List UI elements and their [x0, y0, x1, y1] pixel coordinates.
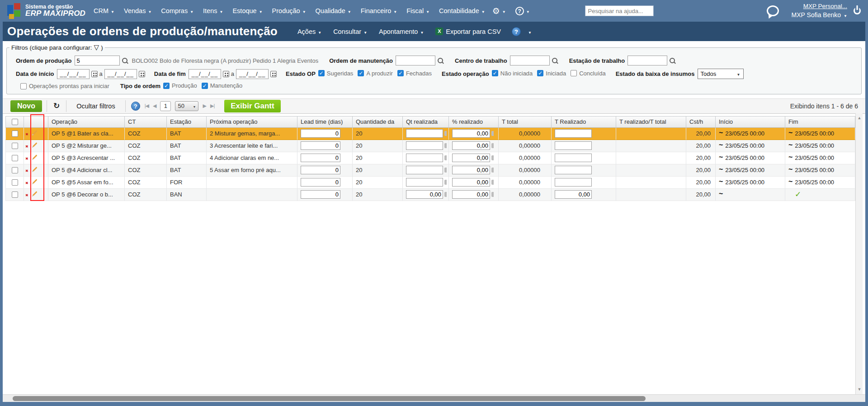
ordem-producao-input[interactable]: [75, 56, 120, 65]
menu-financeiro[interactable]: Financeiro: [361, 7, 397, 14]
table-row[interactable]: OP 5 @4 Adicionar cl...COZBAT5 Assar em …: [5, 164, 855, 177]
delete-x-icon[interactable]: [25, 179, 28, 186]
delete-x-icon[interactable]: [25, 191, 28, 198]
table-row[interactable]: OP 5 @5 Assar em fo...COZFOR200,0000020,…: [5, 177, 855, 189]
column-header[interactable]: CT: [125, 116, 167, 128]
lead-time-input[interactable]: [301, 154, 340, 162]
vertical-scrollbar[interactable]: [855, 113, 863, 394]
settings-menu[interactable]: [492, 7, 506, 15]
pct-realizado-input[interactable]: [452, 129, 490, 138]
delete-x-icon[interactable]: [25, 142, 28, 149]
t-realizado-input[interactable]: [555, 141, 592, 150]
horizontal-scrollbar[interactable]: [3, 394, 865, 402]
menu-fiscal[interactable]: Fiscal: [406, 7, 429, 14]
menu-crm[interactable]: CRM: [94, 7, 114, 14]
qt-realizada-input[interactable]: [406, 178, 443, 187]
column-header[interactable]: Fim: [785, 116, 855, 128]
search-icon[interactable]: [552, 57, 558, 64]
qt-realizada-input[interactable]: [406, 190, 443, 199]
help-search-input[interactable]: [585, 5, 654, 16]
estacao-trabalho-input[interactable]: [627, 56, 667, 65]
page-help-icon[interactable]: [512, 27, 521, 36]
calendar-icon[interactable]: [270, 71, 277, 77]
column-header[interactable]: Quantidade da: [353, 116, 403, 128]
lead-time-input[interactable]: [301, 141, 340, 150]
menu-produção[interactable]: Produção: [272, 7, 306, 14]
table-row[interactable]: OP 5 @6 Decorar o b...COZBAN200,0000020,…: [5, 189, 855, 201]
page-size-select[interactable]: 50: [175, 101, 198, 111]
checkbox-checked[interactable]: [358, 70, 364, 76]
menu-estoque[interactable]: Estoque: [232, 7, 262, 14]
baixa-insumos-select[interactable]: Todos: [698, 69, 744, 79]
t-realizado-input[interactable]: [555, 166, 592, 174]
lead-time-input[interactable]: [301, 178, 340, 187]
titlebar-menu-consultar[interactable]: Consultar: [333, 28, 367, 35]
account-link[interactable]: MXP Personal...: [792, 2, 847, 10]
data-inicio-to-input[interactable]: [104, 69, 137, 79]
data-fim-to-input[interactable]: [236, 69, 269, 79]
menu-qualidade[interactable]: Qualidade: [316, 7, 351, 14]
pencil-icon[interactable]: [31, 166, 38, 174]
pencil-icon[interactable]: [31, 130, 38, 138]
checkbox-checked[interactable]: [537, 70, 543, 76]
pct-realizado-input[interactable]: [452, 141, 490, 150]
last-page-icon[interactable]: ▶|: [210, 103, 214, 109]
pct-realizado-input[interactable]: [452, 154, 490, 162]
scroll-down-icon[interactable]: [856, 386, 863, 393]
t-realizado-input[interactable]: [555, 154, 592, 162]
menu-contabilidade[interactable]: Contabilidade: [439, 7, 485, 14]
row-checkbox[interactable]: [12, 143, 18, 149]
lead-time-input[interactable]: [301, 166, 340, 174]
pct-realizado-input[interactable]: [452, 178, 490, 187]
column-header[interactable]: Próxima operação: [207, 116, 297, 128]
pencil-icon[interactable]: [31, 191, 38, 199]
prev-page-icon[interactable]: ◀: [153, 103, 156, 109]
menu-vendas[interactable]: Vendas: [124, 7, 151, 14]
row-checkbox[interactable]: [12, 155, 18, 161]
column-header[interactable]: T Realizado: [552, 116, 616, 128]
calendar-icon[interactable]: [91, 71, 98, 77]
ocultar-filtros-button[interactable]: Ocultar filtros: [71, 101, 120, 112]
row-checkbox[interactable]: [12, 131, 18, 137]
search-icon[interactable]: [122, 57, 128, 64]
qt-realizada-input[interactable]: [406, 129, 443, 138]
t-realizado-input[interactable]: [555, 178, 592, 187]
delete-x-icon[interactable]: [25, 130, 28, 137]
user-menu[interactable]: MXP Sofia Benko: [792, 11, 847, 19]
horizontal-scroll-thumb[interactable]: [13, 396, 646, 401]
row-checkbox[interactable]: [12, 179, 18, 186]
column-header[interactable]: Estação: [167, 116, 207, 128]
ordem-manutencao-input[interactable]: [396, 56, 435, 65]
search-icon[interactable]: [437, 57, 444, 64]
column-header[interactable]: Operação: [48, 116, 125, 128]
refresh-icon[interactable]: [53, 101, 60, 111]
exibir-gantt-button[interactable]: Exibir Gantt: [224, 100, 280, 112]
table-row[interactable]: OP 5 @3 Acrescentar ...COZBAT4 Adicionar…: [5, 152, 855, 164]
page-number[interactable]: 1: [160, 101, 171, 111]
checkbox-checked[interactable]: [397, 70, 404, 76]
table-row[interactable]: OP 5 @2 Misturar ge...COZBAT3 Acrescenta…: [5, 140, 855, 152]
titlebar-menu-apontamento[interactable]: Apontamento: [379, 28, 424, 35]
delete-x-icon[interactable]: [25, 167, 28, 173]
calendar-icon[interactable]: [139, 71, 145, 77]
data-inicio-from-input[interactable]: [57, 69, 90, 79]
checkbox-checked[interactable]: [492, 70, 498, 76]
chevron-down-icon[interactable]: [528, 28, 532, 36]
column-header[interactable]: Cst/h: [686, 116, 716, 128]
next-page-icon[interactable]: ▶: [203, 103, 206, 109]
novo-button[interactable]: Novo: [10, 100, 42, 112]
lead-time-input[interactable]: [301, 129, 340, 138]
checkbox-unchecked[interactable]: [571, 70, 577, 76]
pct-realizado-input[interactable]: [452, 190, 490, 199]
delete-x-icon[interactable]: [25, 154, 28, 161]
checkbox-checked[interactable]: [163, 83, 170, 89]
t-realizado-input[interactable]: [555, 190, 592, 199]
qt-realizada-input[interactable]: [406, 154, 443, 162]
funnel-icon[interactable]: [94, 43, 99, 51]
pct-realizado-input[interactable]: [452, 166, 490, 174]
search-icon[interactable]: [669, 57, 676, 64]
row-checkbox[interactable]: [12, 191, 18, 198]
export-csv-button[interactable]: Exportar para CSV: [435, 28, 501, 35]
table-row[interactable]: OP 5 @1 Bater as cla...COZBAT2 Misturar …: [5, 128, 855, 140]
pencil-icon[interactable]: [31, 142, 38, 150]
